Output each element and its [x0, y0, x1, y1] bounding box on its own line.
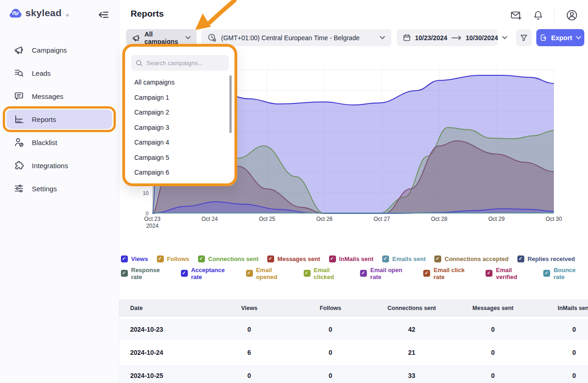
campaign-option[interactable]: Campaign 1	[125, 90, 235, 105]
legend-item[interactable]: Messages sent	[267, 255, 320, 262]
chevron-down-icon	[502, 36, 507, 39]
svg-text:Oct 24: Oct 24	[202, 216, 218, 222]
checkbox-checked-icon[interactable]	[423, 270, 430, 277]
legend-item[interactable]: Email verified	[486, 267, 534, 280]
megaphone-icon	[132, 34, 140, 42]
sidebar-item-leads[interactable]: Leads	[0, 61, 119, 85]
legend-item[interactable]: Connections sent	[198, 255, 258, 262]
timezone-select[interactable]: (GMT+01:00) Central European Time - Belg…	[201, 29, 391, 46]
campaign-selector-label: All campaigns	[144, 30, 181, 45]
sidebar-item-blacklist[interactable]: Blacklist	[0, 131, 119, 154]
topbar-icons	[510, 8, 582, 22]
campaign-option[interactable]: Campaign 5	[125, 150, 235, 165]
campaign-option[interactable]: Campaign 2	[125, 105, 235, 120]
legend-item[interactable]: Follows	[157, 255, 189, 262]
checkbox-checked-icon[interactable]	[543, 270, 550, 277]
checkbox-checked-icon[interactable]	[360, 270, 367, 277]
legend-item[interactable]: Email opened	[246, 267, 295, 280]
svg-text:Oct 23: Oct 23	[144, 216, 161, 222]
table-cell: 2024-10-24	[119, 349, 209, 356]
checkbox-checked-icon[interactable]	[304, 270, 311, 277]
legend-item[interactable]: InMails sent	[329, 255, 373, 262]
sidebar-item-reports[interactable]: Reports	[6, 109, 112, 129]
legend-item[interactable]: Connections accepted	[434, 255, 509, 262]
legend-item[interactable]: Response rate	[121, 267, 172, 280]
checkbox-checked-icon[interactable]	[267, 255, 274, 262]
legend-label: Acceptance rate	[191, 267, 237, 280]
legend-label: Connections sent	[208, 255, 258, 262]
checkbox-checked-icon[interactable]	[198, 255, 205, 262]
campaign-option[interactable]: Campaign 3	[125, 120, 235, 135]
chevron-down-icon	[576, 36, 581, 39]
page-title: Reports	[131, 9, 164, 19]
legend-item[interactable]: Email clicked	[304, 267, 352, 280]
checkbox-checked-icon[interactable]	[517, 255, 524, 262]
campaign-search-input[interactable]	[146, 60, 216, 67]
checkbox-checked-icon[interactable]	[181, 270, 188, 277]
table-cell: 0	[209, 326, 290, 333]
checkbox-checked-icon[interactable]	[121, 270, 128, 277]
arrow-right-icon	[451, 36, 462, 40]
stats-table: DateViewsFollowsConnections sentMessages…	[119, 299, 588, 383]
sidebar-collapse-icon[interactable]	[98, 9, 110, 20]
legend-label: Email open rate	[370, 267, 414, 280]
date-range-picker[interactable]: 10/23/2024 10/30/2024	[397, 29, 498, 46]
brand-logo[interactable]: skylead	[9, 7, 69, 18]
legend-item[interactable]: Bounce rate	[543, 267, 588, 280]
checkbox-checked-icon[interactable]	[246, 270, 253, 277]
account-icon[interactable]	[566, 9, 578, 21]
sidebar-item-label: Reports	[32, 116, 56, 123]
chart-legend: ViewsFollowsConnections sentMessages sen…	[121, 255, 588, 284]
date-start: 10/23/2024	[415, 34, 447, 42]
table-header-cell: Follows	[290, 305, 371, 311]
campaign-option[interactable]: Campaign 4	[125, 135, 235, 150]
brand-dot	[66, 14, 69, 17]
campaign-selector-button[interactable]: All campaigns	[126, 29, 197, 46]
table-cell: 0	[290, 372, 371, 379]
date-end: 10/30/2024	[466, 34, 498, 42]
list-search-icon	[14, 68, 24, 78]
sidebar-item-settings[interactable]: Settings	[0, 177, 119, 200]
checkbox-checked-icon[interactable]	[434, 255, 441, 262]
table-cell: 0	[452, 372, 534, 379]
table-row: 2024-10-23004200	[119, 319, 588, 340]
filter-button[interactable]	[516, 29, 532, 46]
checkbox-checked-icon[interactable]	[121, 255, 128, 262]
legend-item[interactable]: Email click rate	[423, 267, 477, 280]
legend-label: Connections accepted	[444, 255, 509, 262]
legend-label: Response rate	[131, 267, 172, 280]
brand-name: skylead	[25, 7, 61, 18]
legend-item[interactable]: Views	[121, 255, 148, 262]
sidebar-item-integrations[interactable]: Integrations	[0, 154, 119, 177]
campaign-search[interactable]	[131, 55, 229, 71]
svg-text:2024: 2024	[146, 223, 159, 229]
legend-item[interactable]: Emails sent	[382, 255, 426, 262]
campaign-option[interactable]: All campaigns	[125, 75, 235, 90]
sidebar-item-messages[interactable]: Messages	[0, 85, 119, 108]
table-cell: 0	[452, 349, 534, 356]
campaign-option[interactable]: Campaign 6	[125, 165, 235, 180]
sidebar-item-campaigns[interactable]: Campaigns	[0, 38, 119, 61]
table-cell: 0	[534, 372, 588, 379]
checkbox-checked-icon[interactable]	[486, 270, 492, 277]
legend-label: InMails sent	[339, 255, 373, 262]
legend-item[interactable]: Replies received	[517, 255, 575, 262]
dropdown-scrollbar[interactable]	[229, 75, 232, 133]
chart-icon	[14, 114, 24, 124]
table-cell: 0	[534, 326, 588, 333]
table-cell: 0	[209, 372, 290, 379]
checkbox-checked-icon[interactable]	[329, 255, 336, 262]
cloud-logo-icon	[9, 8, 22, 18]
export-button[interactable]: Export	[536, 29, 584, 46]
sidebar-item-label: Campaigns	[32, 46, 67, 54]
campaign-options-list: All campaignsCampaign 1Campaign 2Campaig…	[125, 75, 235, 180]
legend-item[interactable]: Email open rate	[360, 267, 414, 280]
mail-plus-icon[interactable]	[510, 10, 522, 21]
legend-item[interactable]: Acceptance rate	[181, 267, 237, 280]
bell-icon[interactable]	[533, 10, 543, 21]
checkbox-checked-icon[interactable]	[157, 255, 164, 262]
legend-label: Views	[131, 255, 148, 262]
checkbox-checked-icon[interactable]	[382, 255, 389, 262]
campaign-dropdown: All campaignsCampaign 1Campaign 2Campaig…	[125, 46, 235, 186]
legend-label: Replies received	[528, 255, 575, 262]
